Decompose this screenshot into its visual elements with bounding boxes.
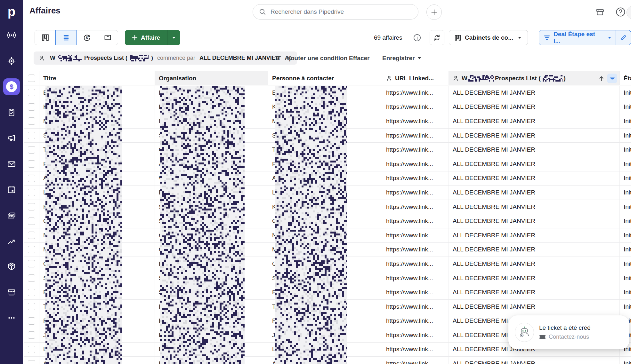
sidebar-item-contacts[interactable] — [0, 207, 23, 224]
row-checkbox[interactable] — [28, 346, 35, 353]
cell-url[interactable]: https://www.link... — [382, 186, 449, 200]
row-checkbox[interactable] — [28, 132, 35, 139]
row-checkbox[interactable] — [28, 89, 35, 96]
count-info-button[interactable] — [413, 34, 421, 42]
help-button[interactable] — [615, 7, 626, 17]
row-checkbox[interactable] — [28, 360, 35, 364]
search-input[interactable]: Rechercher dans Pipedrive — [253, 4, 418, 20]
quick-add-button[interactable] — [426, 4, 442, 20]
list-view-button[interactable] — [55, 30, 77, 45]
cell-url[interactable]: https://www.link... — [382, 171, 449, 186]
filter-condition-chip[interactable]: W Prospects List ( ) commence par ALL DE… — [34, 51, 297, 65]
pipeline-view-button[interactable] — [35, 30, 56, 45]
toast-notification[interactable]: P Le ticket a été créé Contactez-nous — [508, 315, 629, 349]
add-condition-button[interactable]: Ajouter une condition — [275, 51, 347, 65]
sidebar-item-mail[interactable] — [0, 156, 23, 172]
cell-url[interactable]: https://www.link... — [382, 243, 449, 257]
toast-action-label: Contactez-nous — [549, 334, 589, 340]
sidebar-item-campaigns[interactable] — [0, 130, 23, 146]
sidebar-item-marketplace[interactable] — [0, 284, 23, 301]
column-header-organisation[interactable]: Organisation — [155, 71, 268, 85]
filter-value: ALL DECEMBRE MI JANVIER — [199, 55, 280, 61]
select-all-checkbox[interactable] — [28, 75, 35, 82]
redacted-person-column — [275, 86, 347, 364]
row-checkbox[interactable] — [28, 246, 35, 253]
column-header-url[interactable]: URL Linked... — [382, 71, 449, 85]
sidebar-item-activities[interactable] — [0, 104, 23, 121]
column-header-prospects-list[interactable]: W Prospects List ( ) — [449, 71, 620, 85]
person-icon — [453, 75, 459, 81]
cell-list-value: ALL DECEMBRE MI JANVIER — [449, 100, 620, 114]
cell-url[interactable]: https://www.link... — [382, 300, 449, 314]
cell-url[interactable]: https://www.link... — [382, 114, 449, 128]
pipeline-selector[interactable]: Cabinets de co... — [449, 30, 528, 45]
sidebar-item-insights[interactable] — [0, 233, 23, 249]
cell-stage: Init — [620, 285, 631, 299]
row-checkbox[interactable] — [28, 331, 35, 339]
marketplace-button[interactable] — [595, 7, 605, 17]
row-checkbox[interactable] — [28, 303, 35, 310]
cell-url[interactable]: https://www.link... — [382, 357, 449, 364]
row-checkbox[interactable] — [28, 232, 35, 239]
cell-url[interactable]: https://www.link... — [382, 343, 449, 357]
user-avatar[interactable] — [627, 5, 631, 20]
column-header-stage[interactable]: Éta — [620, 71, 631, 85]
row-checkbox[interactable] — [28, 117, 35, 125]
row-checkbox[interactable] — [28, 317, 35, 325]
row-checkbox[interactable] — [28, 203, 35, 210]
toast-action-link[interactable]: Contactez-nous — [539, 334, 591, 340]
edit-filter-button[interactable] — [616, 30, 631, 45]
filter-icon — [609, 75, 615, 82]
cell-url[interactable]: https://www.link... — [382, 143, 449, 157]
archive-view-button[interactable] — [97, 30, 118, 45]
forecast-dollar-icon: $ — [83, 34, 91, 42]
cell-url[interactable]: https://www.link... — [382, 228, 449, 242]
cell-url[interactable]: https://www.link... — [382, 100, 449, 114]
sidebar-item-broadcast[interactable] — [0, 27, 23, 44]
sidebar-item-deals[interactable]: $ — [0, 78, 23, 95]
filter-button[interactable]: Deal Étape est I... — [539, 30, 616, 45]
row-checkbox[interactable] — [28, 289, 35, 296]
add-deal-button[interactable]: Affaire — [125, 30, 167, 45]
cell-url[interactable]: https://www.link... — [382, 200, 449, 214]
cell-url[interactable]: https://www.link... — [382, 257, 449, 271]
cell-url[interactable]: https://www.link... — [382, 271, 449, 285]
column-header-person[interactable]: Personne à contacter — [268, 71, 382, 85]
add-deal-dropdown[interactable] — [167, 30, 180, 45]
sort-ascending-button[interactable] — [598, 75, 605, 82]
robot-icon: P — [517, 325, 531, 339]
cell-list-value: ALL DECEMBRE MI JANVIER — [449, 271, 620, 285]
row-select-cell — [24, 171, 39, 186]
row-checkbox[interactable] — [28, 160, 35, 168]
save-filter-button[interactable]: Enregistrer — [382, 51, 421, 65]
sidebar-item-products[interactable] — [0, 258, 23, 275]
deals-dollar-icon: $ — [6, 81, 17, 92]
refresh-button[interactable] — [430, 30, 444, 45]
row-checkbox[interactable] — [28, 175, 35, 182]
cell-url[interactable]: https://www.link... — [382, 285, 449, 299]
row-checkbox[interactable] — [28, 218, 35, 225]
cell-url[interactable]: https://www.link... — [382, 157, 449, 171]
forecast-view-button[interactable]: $ — [76, 30, 97, 45]
cell-url[interactable]: https://www.link... — [382, 214, 449, 228]
cell-url[interactable]: https://www.link... — [382, 328, 449, 342]
cell-url[interactable]: https://www.link... — [382, 314, 449, 328]
row-checkbox[interactable] — [28, 274, 35, 282]
sidebar-item-calendar[interactable] — [0, 181, 23, 198]
row-checkbox[interactable] — [28, 103, 35, 111]
clear-filter-button[interactable]: Effacer — [349, 51, 369, 65]
column-filter-button[interactable] — [607, 74, 617, 83]
row-checkbox[interactable] — [28, 189, 35, 196]
row-select-cell — [24, 214, 39, 228]
cell-stage: Init — [620, 257, 631, 271]
row-checkbox[interactable] — [28, 260, 35, 267]
cell-list-value: ALL DECEMBRE MI JANVIER — [449, 228, 620, 242]
row-checkbox[interactable] — [28, 146, 35, 154]
cell-url[interactable]: https://www.link... — [382, 129, 449, 143]
cell-url[interactable]: https://www.link... — [382, 86, 449, 100]
cell-list-value: ALL DECEMBRE MI JANVIER — [449, 157, 620, 171]
sidebar-item-more[interactable] — [0, 310, 23, 326]
sidebar-item-leads[interactable] — [0, 53, 23, 69]
column-header-titre[interactable]: Titre — [39, 71, 155, 85]
pipedrive-logo[interactable]: p — [0, 3, 23, 20]
